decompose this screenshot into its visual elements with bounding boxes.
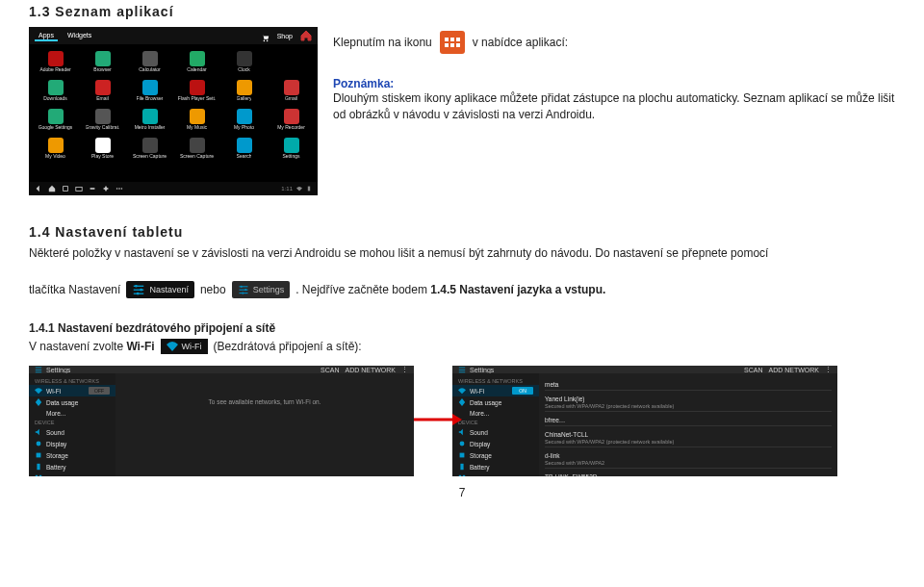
sidebar-item-data-usage[interactable]: Data usage — [29, 396, 116, 408]
launcher-app[interactable]: Calendar — [174, 48, 219, 75]
sound-icon — [458, 428, 466, 436]
app-icon — [284, 54, 299, 69]
home-icon[interactable] — [300, 30, 312, 41]
launcher-app[interactable]: My Recorder — [269, 106, 314, 133]
network-name: ChinaNet-TCLL — [545, 431, 832, 438]
launcher-app[interactable]: Play Store — [80, 135, 125, 162]
wifi-network-item[interactable]: bfree… — [545, 415, 832, 426]
sidebar-item-data-usage[interactable]: Data usage — [452, 396, 539, 408]
nav-screenshot-icon[interactable] — [75, 185, 83, 192]
launcher-shop-label[interactable]: Shop — [273, 32, 296, 40]
launcher-app[interactable]: Screen Capture — [127, 135, 172, 162]
app-icon — [142, 138, 158, 153]
wifi-off-message: To see available networks, turn Wi-Fi on… — [121, 398, 408, 405]
wifi-network-item[interactable]: d-linkSecured with WPA/WPA2 — [545, 450, 832, 469]
launcher-app[interactable]: Downloads — [33, 77, 78, 104]
sidebar-item-display[interactable]: Display — [29, 438, 116, 449]
launcher-app[interactable]: Adobe Reader — [33, 48, 78, 75]
sidebar-cat-wireless: Wireless & Networks — [29, 377, 116, 385]
settings-scan[interactable]: SCAN — [321, 367, 339, 373]
app-icon — [190, 51, 205, 66]
settings-add-network[interactable]: ADD NETWORK — [769, 367, 820, 373]
sidebar-item-more[interactable]: More... — [29, 408, 116, 419]
sound-icon — [35, 428, 42, 436]
app-icon — [142, 51, 158, 66]
nav-menu-icon[interactable] — [116, 185, 123, 192]
settings-header-title: Settings — [470, 367, 494, 373]
app-label: Metro Installer — [135, 125, 166, 130]
launcher-app[interactable]: Screen Capture — [174, 135, 219, 162]
app-label: Downloads — [43, 96, 67, 101]
sidebar-item-storage[interactable]: Storage — [29, 449, 116, 461]
apps-menu-icon — [440, 31, 465, 54]
sidebar-item-apps[interactable]: Apps — [452, 472, 539, 476]
sidebar-item-battery[interactable]: Battery — [452, 461, 539, 472]
sidebar-item-wifi[interactable]: Wi-Fi OFF — [29, 385, 116, 396]
sidebar-cat-device: Device — [29, 419, 116, 426]
app-icon — [48, 138, 64, 153]
sidebar-item-sound[interactable]: Sound — [29, 426, 116, 438]
nastaveni-chip: Nastavení — [126, 281, 194, 298]
launcher-app[interactable]: My Music — [174, 106, 219, 133]
launcher-app[interactable]: Calculator — [127, 48, 172, 75]
wifi-toggle-on[interactable]: ON — [512, 387, 533, 395]
wifi-network-item[interactable]: TP-LINK_EW553DSecured with WPA/WPA2 (pro… — [545, 472, 832, 476]
nav-vol-up-icon[interactable] — [102, 185, 110, 192]
launcher-app[interactable]: My Video — [33, 135, 78, 162]
wifi-network-item[interactable]: ChinaNet-TCLLSecured with WPA/WPA2 (prot… — [545, 429, 832, 447]
launcher-app[interactable]: Gravity Calibrat. — [80, 106, 125, 133]
sidebar-item-wifi[interactable]: Wi-Fi ON — [452, 385, 539, 396]
wifi-toggle-off[interactable]: OFF — [89, 387, 110, 395]
network-sub: Secured with WPA/WPA2 — [545, 460, 832, 466]
app-icon — [237, 109, 252, 124]
app-icon — [48, 80, 64, 95]
shop-cart-icon[interactable] — [262, 32, 270, 39]
nav-home-icon[interactable] — [48, 185, 56, 192]
sidebar-item-label: Data usage — [470, 399, 501, 406]
sidebar-cat-wireless: Wireless & Networks — [452, 377, 539, 385]
wifi-icon — [167, 341, 178, 352]
launcher-app[interactable]: Browser — [80, 48, 125, 75]
launcher-app[interactable]: Gmail — [269, 77, 314, 104]
launcher-app[interactable]: My Photo — [221, 106, 267, 133]
sidebar-item-label: Battery — [46, 464, 66, 471]
app-label: Email — [96, 96, 109, 101]
wifi-network-item[interactable]: meta — [545, 379, 832, 391]
launcher-app[interactable]: Metro Installer — [127, 106, 172, 133]
launcher-app[interactable]: Flash Player Sett. — [174, 77, 219, 104]
launcher-tab-apps[interactable]: Apps — [35, 31, 58, 41]
sidebar-item-display[interactable]: Display — [452, 438, 539, 449]
launcher-app[interactable] — [269, 48, 314, 75]
settings-add-network[interactable]: ADD NETWORK — [346, 367, 397, 373]
launcher-app[interactable]: Search — [221, 135, 267, 162]
app-label: Browser — [93, 67, 111, 72]
sidebar-item-label: Sound — [46, 429, 64, 436]
settings-scan[interactable]: SCAN — [744, 367, 762, 373]
overflow-icon[interactable]: ⋮ — [401, 366, 408, 373]
launcher-app[interactable]: Gallery — [221, 77, 267, 104]
launcher-app[interactable]: File Browser — [127, 77, 172, 104]
app-icon — [48, 51, 64, 66]
wifi-icon — [458, 387, 466, 395]
overflow-icon[interactable]: ⋮ — [825, 366, 832, 373]
battery-icon — [35, 463, 42, 471]
sidebar-item-more[interactable]: More... — [452, 408, 539, 419]
nav-vol-down-icon[interactable] — [89, 185, 96, 192]
launcher-app[interactable]: Google Settings — [33, 106, 78, 133]
sidebar-item-sound[interactable]: Sound — [452, 426, 539, 438]
launcher-app[interactable]: Clock — [221, 48, 267, 75]
launcher-tab-widgets[interactable]: Widgets — [64, 31, 95, 41]
app-label: Clock — [238, 67, 250, 72]
sidebar-item-battery[interactable]: Battery — [29, 461, 116, 472]
wifi-network-item[interactable]: Yaned Link(ie)Secured with WPA/WPA2 (pro… — [545, 394, 832, 412]
sidebar-item-label: Apps — [46, 475, 61, 477]
launcher-app[interactable]: Settings — [269, 135, 314, 162]
nav-recent-icon[interactable] — [62, 185, 69, 192]
app-label: My Photo — [234, 125, 254, 130]
svg-rect-10 — [308, 187, 310, 191]
sidebar-item-storage[interactable]: Storage — [452, 449, 539, 461]
app-icon — [284, 109, 299, 124]
sidebar-item-apps[interactable]: Apps — [29, 472, 116, 476]
launcher-app[interactable]: Email — [80, 77, 125, 104]
nav-back-icon[interactable] — [35, 185, 42, 192]
